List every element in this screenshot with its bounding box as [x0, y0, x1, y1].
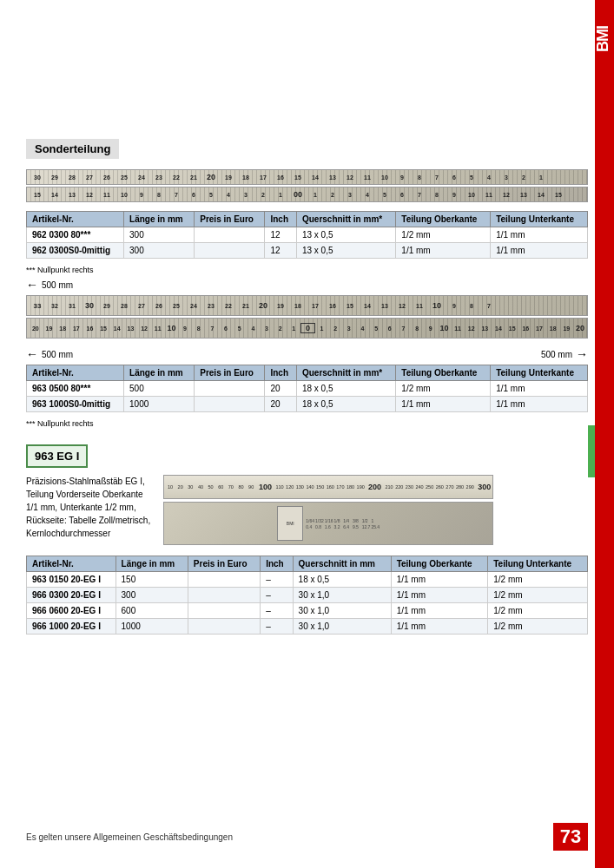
ruler-section1: 302928 272625 242322 2120 191817 161514 … — [26, 169, 588, 204]
cell-inch: 12 — [265, 243, 296, 259]
cell-artikel: 963 0500 80*** — [27, 381, 124, 397]
cell-laenge: 1000 — [116, 619, 188, 635]
ruler-large-top: 33 3231 30 292827 262524 232221 20 19181… — [26, 295, 588, 316]
cell-preis — [195, 243, 265, 259]
cell-oberkante: 1/1 mm — [391, 588, 488, 603]
cell-inch: 20 — [265, 397, 296, 412]
red-accent-bar — [595, 0, 614, 868]
cell-oberkante: 1/1 mm — [396, 243, 491, 259]
th-preis: Preis in Euro — [188, 556, 260, 572]
th-unterkante: Teilung Unterkante — [491, 212, 588, 227]
arrow-indicator-500: ← 500 mm — [26, 278, 588, 292]
cell-unterkante: 1/1 mm — [491, 243, 588, 259]
th-oberkante: Teilung Oberkante — [396, 212, 491, 227]
cell-laenge: 500 — [124, 381, 195, 397]
table-section2: Artikel-Nr. Länge in mm Preis in Euro In… — [26, 365, 588, 412]
cell-oberkante: 1/1 mm — [391, 619, 488, 635]
cell-artikel: 966 0300 20-EG I — [27, 588, 116, 603]
cell-querschnitt: 30 x 1,0 — [293, 588, 391, 603]
section2-description: Präzisions-Stahlmaßstäb EG I, Teilung Vo… — [26, 475, 150, 540]
th-querschnitt: Querschnitt in mm — [293, 556, 391, 572]
th-unterkante: Teilung Unterkante — [488, 556, 588, 572]
cell-preis — [188, 572, 260, 588]
cell-inch: 20 — [265, 381, 296, 397]
cell-oberkante: 1/2 mm — [396, 381, 491, 397]
cell-laenge: 150 — [116, 572, 188, 588]
ruler-section2: 33 3231 30 292827 262524 232221 20 19181… — [26, 295, 588, 340]
section1-title: Sonderteilung — [26, 139, 119, 159]
footnote2: *** Nullpunkt rechts — [26, 419, 588, 428]
cell-inch: – — [261, 603, 293, 619]
th-laenge: Länge in mm — [124, 212, 195, 227]
th-artikel: Artikel-Nr. — [27, 365, 124, 381]
green-accent-bar — [588, 425, 595, 477]
ruler-top-1: 302928 272625 242322 2120 191817 161514 … — [26, 169, 588, 185]
section2-title: 963 EG I — [26, 444, 88, 468]
cell-querschnitt: 30 x 1,0 — [293, 603, 391, 619]
cell-artikel: 966 1000 20-EG I — [27, 619, 116, 635]
cell-inch: – — [261, 619, 293, 635]
cell-artikel: 962 0300 80*** — [27, 227, 124, 243]
cell-querschnitt: 18 x 0,5 — [293, 572, 391, 588]
th-laenge: Länge in mm — [116, 556, 188, 572]
table-row: 962 0300 80*** 300 12 13 x 0,5 1/2 mm 1/… — [27, 227, 588, 243]
th-oberkante: Teilung Oberkante — [396, 365, 491, 381]
arrow-left-icon: ← — [26, 347, 38, 361]
cell-inch: 12 — [265, 227, 296, 243]
cell-querschnitt: 30 x 1,0 — [293, 619, 391, 635]
cell-laenge: 1000 — [124, 397, 195, 412]
cell-querschnitt: 18 x 0,5 — [296, 397, 395, 412]
cell-preis — [195, 227, 265, 243]
cell-oberkante: 1/2 mm — [396, 227, 491, 243]
cell-preis — [188, 588, 260, 603]
cell-querschnitt: 13 x 0,5 — [296, 243, 395, 259]
brand-logo: BMI — [594, 26, 612, 52]
ruler-bottom-1: 151413 121110 987 654 321 00 123 456 789… — [26, 187, 588, 202]
desc-line3: 1/1 mm, Unterkante 1/2 mm, — [26, 503, 136, 512]
cell-inch: – — [261, 572, 293, 588]
desc-line5: Kernlochdurchmesser — [26, 529, 110, 538]
th-oberkante: Teilung Oberkante — [391, 556, 488, 572]
arrow-label: 500 mm — [42, 280, 73, 290]
cell-preis — [188, 619, 260, 635]
cell-preis — [188, 603, 260, 619]
table-row: 966 0600 20-EG I 600 – 30 x 1,0 1/1 mm 1… — [27, 603, 588, 619]
th-inch: Inch — [265, 365, 296, 381]
arrow-left-label: 500 mm — [42, 350, 73, 359]
cell-artikel: 966 0600 20-EG I — [27, 603, 116, 619]
th-artikel: Artikel-Nr. — [27, 556, 116, 572]
arrow-right-label: 500 mm — [541, 350, 572, 359]
cell-inch: – — [261, 588, 293, 603]
cell-unterkante: 1/2 mm — [488, 572, 588, 588]
ruler-egi-top: 1020 3040 5060 7080 90 100 110120 130140… — [163, 475, 493, 499]
cell-laenge: 300 — [116, 588, 188, 603]
table-row: 963 0150 20-EG I 150 – 18 x 0,5 1/1 mm 1… — [27, 572, 588, 588]
footer-text: Es gelten unsere Allgemeinen Geschäftsbe… — [26, 832, 233, 842]
cell-laenge: 300 — [124, 243, 195, 259]
th-querschnitt: Querschnitt in mm* — [296, 365, 395, 381]
page-number: 73 — [553, 823, 588, 851]
th-preis: Preis in Euro — [195, 212, 265, 227]
cell-unterkante: 1/2 mm — [488, 619, 588, 635]
cell-preis — [195, 397, 265, 412]
cell-artikel: 962 0300S0-0mittig — [27, 243, 124, 259]
table-row: 963 1000S0-0mittig 1000 20 18 x 0,5 1/1 … — [27, 397, 588, 412]
cell-querschnitt: 18 x 0,5 — [296, 381, 395, 397]
footer: Es gelten unsere Allgemeinen Geschäftsbe… — [26, 823, 588, 851]
cell-laenge: 300 — [124, 227, 195, 243]
th-preis: Preis in Euro — [195, 365, 265, 381]
table-section1: Artikel-Nr. Länge in mm Preis in Euro In… — [26, 211, 588, 259]
arrow-right-icon: → — [576, 347, 588, 361]
cell-artikel: 963 0150 20-EG I — [27, 572, 116, 588]
cell-unterkante: 1/1 mm — [491, 381, 588, 397]
footnote1: *** Nullpunkt rechts — [26, 266, 588, 274]
cell-laenge: 600 — [116, 603, 188, 619]
desc-line2: Teilung Vorderseite Oberkante — [26, 490, 143, 499]
ruler-egi-bottom: BMI 1/641/321/161/81/43/81/21 0.40.81.63… — [163, 502, 493, 545]
top-spacer — [26, 9, 588, 69]
ruler-large-bottom: 201918 171615 141312 1110 987 654 321 0 … — [26, 318, 588, 339]
table-section3: Artikel-Nr. Länge in mm Preis in Euro In… — [26, 556, 588, 635]
cell-unterkante: 1/2 mm — [488, 588, 588, 603]
th-querschnitt: Querschnitt in mm* — [296, 212, 395, 227]
table-row: 962 0300S0-0mittig 300 12 13 x 0,5 1/1 m… — [27, 243, 588, 259]
